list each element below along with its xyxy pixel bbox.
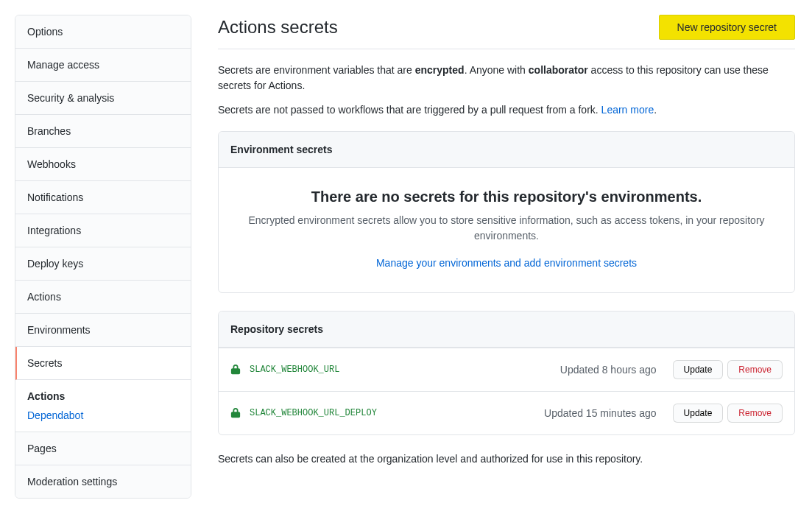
- main-content: Actions secrets New repository secret Se…: [191, 15, 795, 499]
- intro-paragraph-2: Secrets are not passed to workflows that…: [218, 102, 795, 118]
- sidebar-item-integrations[interactable]: Integrations: [15, 214, 191, 247]
- manage-environments-link[interactable]: Manage your environments and add environ…: [376, 257, 637, 269]
- page-title: Actions secrets: [218, 17, 338, 38]
- sidebar-item-branches[interactable]: Branches: [15, 115, 191, 148]
- learn-more-link[interactable]: Learn more: [601, 104, 654, 116]
- environment-secrets-panel: Environment secrets There are no secrets…: [218, 131, 795, 293]
- sidebar-item-notifications[interactable]: Notifications: [15, 181, 191, 214]
- environment-secrets-header: Environment secrets: [219, 132, 794, 168]
- footer-note: Secrets can also be created at the organ…: [218, 453, 795, 465]
- secret-updated: Updated 8 hours ago: [560, 364, 657, 376]
- lock-icon: [230, 364, 241, 376]
- secret-name: SLACK_WEBHOOK_URL: [250, 365, 560, 375]
- secret-updated: Updated 15 minutes ago: [544, 407, 657, 419]
- intro-paragraph-1: Secrets are environment variables that a…: [218, 63, 795, 94]
- remove-button[interactable]: Remove: [727, 404, 783, 423]
- repository-secrets-header: Repository secrets: [219, 311, 794, 348]
- empty-state-title: There are no secrets for this repository…: [248, 189, 765, 205]
- secret-name: SLACK_WEBHOOK_URL_DEPLOY: [250, 408, 544, 418]
- page-header: Actions secrets New repository secret: [218, 15, 795, 49]
- environment-secrets-empty-state: There are no secrets for this repository…: [219, 168, 794, 292]
- intro-text: Secrets are not passed to workflows that…: [218, 104, 601, 116]
- sidebar-item-actions[interactable]: Actions: [15, 281, 191, 314]
- intro-text: . Anyone with: [465, 64, 529, 76]
- new-repository-secret-button[interactable]: New repository secret: [659, 15, 795, 40]
- secret-row: SLACK_WEBHOOK_URL_DEPLOY Updated 15 minu…: [219, 391, 794, 434]
- sidebar-item-manage-access[interactable]: Manage access: [15, 49, 191, 82]
- lock-icon: [230, 407, 241, 419]
- sidebar-item-options[interactable]: Options: [15, 15, 191, 49]
- secret-row: SLACK_WEBHOOK_URL Updated 8 hours ago Up…: [219, 348, 794, 391]
- sidebar-item-environments[interactable]: Environments: [15, 314, 191, 347]
- sidebar-sub-link-dependabot[interactable]: Dependabot: [15, 405, 191, 432]
- intro-text: Secrets are environment variables that a…: [218, 64, 415, 76]
- sidebar-item-deploy-keys[interactable]: Deploy keys: [15, 247, 191, 281]
- sidebar-item-secrets[interactable]: Secrets: [15, 347, 191, 380]
- intro-strong-collaborator: collaborator: [529, 64, 588, 76]
- update-button[interactable]: Update: [673, 360, 724, 379]
- sidebar-item-pages[interactable]: Pages: [15, 432, 191, 465]
- intro-strong-encrypted: encrypted: [415, 64, 465, 76]
- update-button[interactable]: Update: [673, 404, 724, 423]
- sidebar-sub-header-actions: Actions: [15, 380, 191, 405]
- remove-button[interactable]: Remove: [727, 360, 783, 379]
- intro-text: .: [654, 104, 657, 116]
- repository-secrets-panel: Repository secrets SLACK_WEBHOOK_URL Upd…: [218, 311, 795, 435]
- sidebar-item-webhooks[interactable]: Webhooks: [15, 148, 191, 181]
- sidebar-item-moderation-settings[interactable]: Moderation settings: [15, 465, 191, 498]
- settings-sidebar: Options Manage access Security & analysi…: [15, 15, 191, 499]
- empty-state-description: Encrypted environment secrets allow you …: [248, 213, 765, 244]
- sidebar-item-security-analysis[interactable]: Security & analysis: [15, 82, 191, 115]
